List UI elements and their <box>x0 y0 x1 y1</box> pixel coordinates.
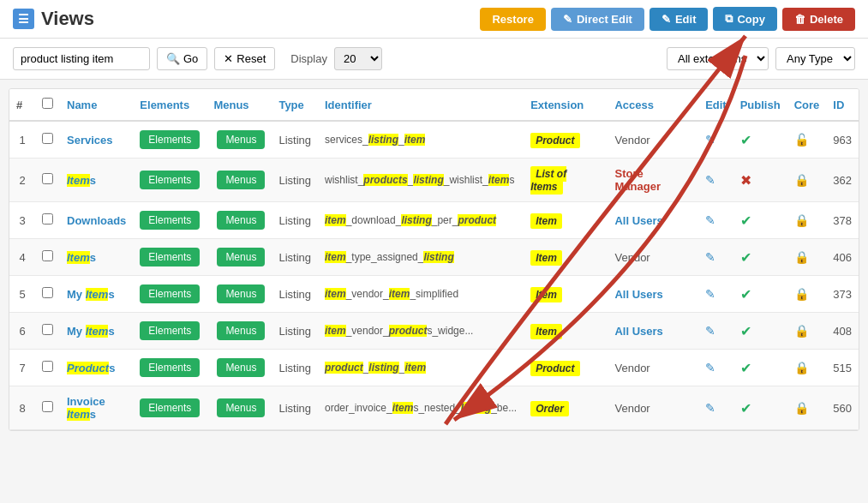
restore-button[interactable]: Restore <box>480 8 545 31</box>
row-name-link[interactable]: Products <box>67 362 115 374</box>
col-publish[interactable]: Publish <box>733 89 787 121</box>
col-elements[interactable]: Elements <box>133 89 207 121</box>
col-name[interactable]: Name <box>60 89 133 121</box>
row-checkbox[interactable] <box>42 213 53 225</box>
row-type: Listing <box>272 202 318 239</box>
menus-button[interactable]: Menus <box>217 211 265 230</box>
select-all-checkbox[interactable] <box>42 98 53 109</box>
row-name: Items <box>60 159 133 202</box>
search-input[interactable] <box>13 47 150 70</box>
edit-pencil-icon: ✎ <box>705 324 715 338</box>
toolbar-buttons: Restore ✎ Direct Edit ✎ Edit ⧉ Copy 🗑 De… <box>480 7 855 31</box>
row-edit: ✎ <box>698 313 733 350</box>
row-extension: Order <box>524 386 608 430</box>
row-checkbox[interactable] <box>42 361 53 372</box>
copy-button[interactable]: ⧉ Copy <box>713 7 777 31</box>
col-access[interactable]: Access <box>608 89 698 121</box>
row-num: 5 <box>9 276 35 313</box>
row-name-link[interactable]: My Items <box>67 288 115 301</box>
row-access: Vendor <box>608 239 698 276</box>
col-type[interactable]: Type <box>272 89 318 121</box>
row-name-link[interactable]: Items <box>67 251 96 264</box>
menus-button[interactable]: Menus <box>217 284 265 303</box>
menus-button[interactable]: Menus <box>217 398 265 417</box>
publish-check-icon: ✔ <box>740 133 751 147</box>
elements-button[interactable]: Elements <box>140 321 200 340</box>
elements-button[interactable]: Elements <box>140 248 200 266</box>
row-id: 362 <box>826 159 859 202</box>
row-checkbox[interactable] <box>42 401 53 412</box>
row-checkbox-cell <box>35 350 60 386</box>
row-id: 378 <box>826 202 859 239</box>
row-name-link[interactable]: Services <box>67 134 113 147</box>
menus-button[interactable]: Menus <box>217 171 265 189</box>
edit-pencil-icon: ✎ <box>563 13 572 26</box>
edit-pencil-icon: ✎ <box>705 133 715 147</box>
extension-filter[interactable]: All extensions <box>667 47 769 70</box>
col-edit[interactable]: Edit <box>698 89 733 121</box>
row-checkbox[interactable] <box>42 133 53 144</box>
row-type: Listing <box>272 386 318 430</box>
row-identifier: product_listing_item <box>318 350 524 386</box>
menus-button[interactable]: Menus <box>217 321 265 340</box>
col-extension[interactable]: Extension <box>524 89 608 121</box>
direct-edit-button[interactable]: ✎ Direct Edit <box>551 8 644 31</box>
row-identifier: item_vendor_item_simplified <box>318 276 524 313</box>
publish-check-icon: ✔ <box>740 361 751 375</box>
edit-button[interactable]: ✎ Edit <box>650 8 709 31</box>
row-name: My Items <box>60 313 133 350</box>
type-filter[interactable]: Any Type <box>775 47 855 70</box>
row-name-link[interactable]: Downloads <box>67 214 126 227</box>
row-menus: Menus <box>207 386 272 430</box>
search-bar: 🔍 Go ✕ Reset Display 20 50 100 All exten… <box>0 39 868 80</box>
row-elements: Elements <box>133 159 207 202</box>
table-row: 5 My Items Elements Menus Listing item_v… <box>9 276 859 313</box>
elements-button[interactable]: Elements <box>140 398 200 417</box>
elements-button[interactable]: Elements <box>140 130 200 149</box>
table-row: 4 Items Elements Menus Listing item_type… <box>9 239 859 276</box>
col-check <box>35 89 60 121</box>
display-select[interactable]: 20 50 100 <box>334 47 382 70</box>
views-table: # Name Elements Menus Type Identifier Ex… <box>9 89 859 430</box>
elements-button[interactable]: Elements <box>140 284 200 303</box>
row-id: 515 <box>826 350 859 386</box>
col-core[interactable]: Core <box>787 89 827 121</box>
row-core: 🔒 <box>787 313 827 350</box>
row-name-link[interactable]: Items <box>67 174 96 187</box>
row-publish: ✔ <box>733 313 787 350</box>
elements-button[interactable]: Elements <box>140 358 200 377</box>
edit-icon: ✎ <box>661 13 671 26</box>
elements-button[interactable]: Elements <box>140 211 200 230</box>
row-name: Items <box>60 239 133 276</box>
row-id: 963 <box>826 121 859 159</box>
menus-button[interactable]: Menus <box>217 130 265 149</box>
row-checkbox[interactable] <box>42 287 53 298</box>
row-checkbox-cell <box>35 386 60 430</box>
row-checkbox[interactable] <box>42 250 53 261</box>
row-checkbox[interactable] <box>42 324 53 335</box>
edit-pencil-icon: ✎ <box>705 173 715 187</box>
elements-button[interactable]: Elements <box>140 171 200 189</box>
menus-button[interactable]: Menus <box>217 248 265 266</box>
go-button[interactable]: 🔍 Go <box>157 47 207 70</box>
row-name: Services <box>60 121 133 159</box>
edit-pencil-icon: ✎ <box>705 401 715 415</box>
edit-pencil-icon: ✎ <box>705 287 715 301</box>
row-menus: Menus <box>207 159 272 202</box>
row-extension: Item <box>524 276 608 313</box>
row-checkbox-cell <box>35 202 60 239</box>
col-menus[interactable]: Menus <box>207 89 272 121</box>
col-identifier[interactable]: Identifier <box>318 89 524 121</box>
row-core: 🔒 <box>787 159 827 202</box>
row-num: 1 <box>9 121 35 159</box>
delete-button[interactable]: 🗑 Delete <box>782 8 855 31</box>
publish-check-icon: ✔ <box>740 213 751 228</box>
row-name-link[interactable]: InvoiceItems <box>67 395 105 421</box>
row-checkbox[interactable] <box>42 173 53 184</box>
row-num: 3 <box>9 202 35 239</box>
reset-button[interactable]: ✕ Reset <box>214 47 275 70</box>
row-name-link[interactable]: My Items <box>67 325 115 338</box>
col-id[interactable]: ID <box>826 89 859 121</box>
row-type: Listing <box>272 350 318 386</box>
menus-button[interactable]: Menus <box>217 358 265 377</box>
